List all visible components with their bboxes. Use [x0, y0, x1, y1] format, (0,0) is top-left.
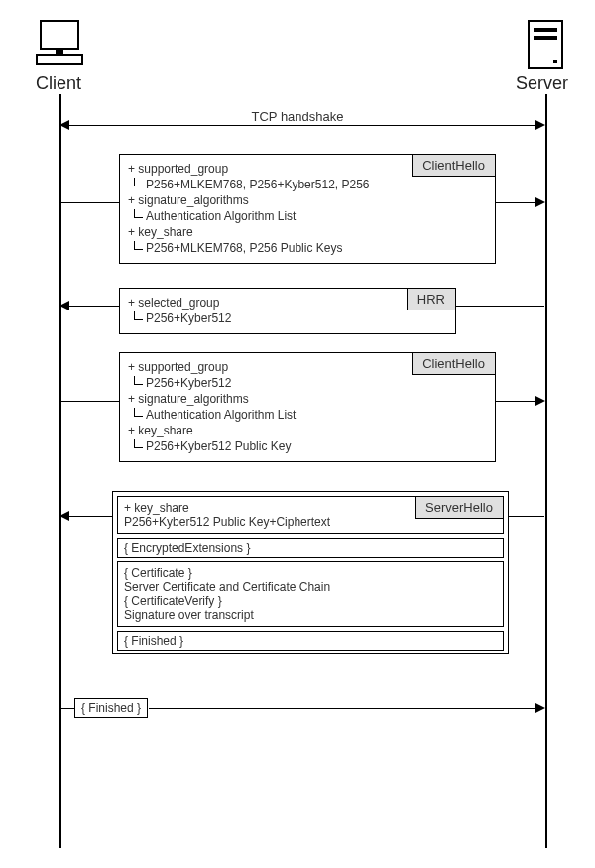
arrow-left-icon	[60, 511, 69, 521]
arrow-right-icon	[536, 396, 545, 406]
server-icon	[528, 20, 563, 69]
ch1-sig-algs-value: Authentication Algorithm List	[146, 209, 487, 223]
sf-arrow-left-seg	[69, 516, 112, 517]
server-finished-box: { Finished }	[117, 631, 504, 651]
hrr-box: HRR + selected_group P256+Kyber512	[119, 288, 456, 334]
server-lifeline	[545, 94, 547, 848]
client-lifeline	[60, 94, 61, 848]
ch2-arrow-right-seg	[496, 401, 537, 402]
client-hello-2-tag: ClientHello	[412, 352, 496, 375]
ch1-sig-algs: + signature_algorithms	[128, 193, 487, 207]
tcp-handshake-line	[61, 125, 543, 126]
certificate-value: Server Certificate and Certificate Chain	[124, 580, 497, 594]
certificate-label: { Certificate }	[124, 566, 497, 580]
server-hello-tag: ServerHello	[415, 496, 504, 519]
server-flight-box: ServerHello + key_share P256+Kyber512 Pu…	[112, 491, 509, 654]
arrow-right-icon	[536, 120, 545, 130]
encrypted-extensions-box: { EncryptedExtensions }	[117, 538, 504, 558]
ch2-key-share-value: P256+Kyber512 Public Key	[146, 439, 487, 453]
server-hello-box: ServerHello + key_share P256+Kyber512 Pu…	[117, 496, 504, 534]
hrr-selected-group: + selected_group	[128, 296, 447, 310]
server-label: Server	[516, 73, 568, 94]
certificate-verify-label: { CertificateVerify }	[124, 594, 497, 608]
hrr-selected-group-value: P256+Kyber512	[146, 311, 447, 325]
arrow-left-icon	[60, 301, 69, 310]
client-icon	[36, 20, 83, 69]
ch2-key-share: + key_share	[128, 424, 487, 437]
ch2-sig-algs-value: Authentication Algorithm List	[146, 408, 487, 422]
ch1-arrow-left-seg	[60, 202, 119, 203]
ch2-arrow-left-seg	[60, 401, 119, 402]
hrr-arrow-left-seg	[69, 306, 119, 307]
ch1-supported-group-value: P256+MLKEM768, P256+Kyber512, P256	[146, 178, 487, 191]
arrow-left-icon	[60, 120, 69, 130]
certificate-group-box: { Certificate } Server Certificate and C…	[117, 561, 504, 627]
ch1-arrow-right-seg	[496, 202, 537, 203]
certificate-verify-value: Signature over transcript	[124, 608, 497, 622]
cf-arrow-right-seg	[149, 708, 537, 709]
ch1-key-share-value: P256+MLKEM768, P256 Public Keys	[146, 241, 487, 255]
tcp-handshake-label: TCP handshake	[0, 109, 595, 124]
arrow-right-icon	[536, 703, 545, 713]
hrr-tag: HRR	[407, 288, 456, 310]
sequence-diagram: Client Server TCP handshake ClientHello …	[0, 0, 595, 868]
client-hello-1-box: ClientHello + supported_group P256+MLKEM…	[119, 154, 496, 264]
ch2-sig-algs: + signature_algorithms	[128, 392, 487, 406]
ch2-supported-group-value: P256+Kyber512	[146, 376, 487, 390]
arrow-right-icon	[536, 197, 545, 207]
cf-arrow-left-seg	[60, 708, 74, 709]
sf-arrow-right-seg	[509, 516, 544, 517]
client-hello-1-tag: ClientHello	[412, 154, 496, 177]
client-hello-2-box: ClientHello + supported_group P256+Kyber…	[119, 352, 496, 462]
client-label: Client	[36, 73, 81, 94]
client-finished-box: { Finished }	[74, 698, 148, 718]
hrr-arrow-right-seg	[456, 306, 544, 307]
ch1-key-share: + key_share	[128, 225, 487, 239]
